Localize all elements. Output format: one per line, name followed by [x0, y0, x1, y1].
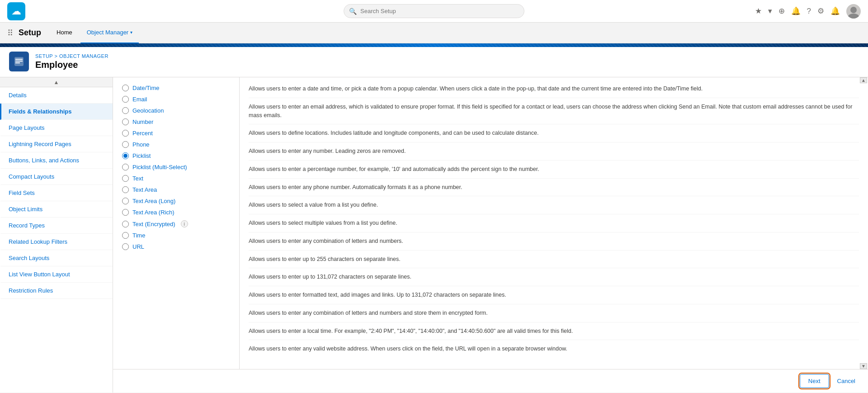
sidebar-item-details[interactable]: Details [0, 87, 113, 104]
sidebar-item-list-view-button-layout[interactable]: List View Button Layout [0, 266, 113, 283]
descriptions-column: Allows users to enter a date and time, o… [240, 77, 868, 369]
radio-option-url[interactable]: URL [122, 243, 230, 250]
radio-option-geolocation[interactable]: Geolocation [122, 107, 230, 114]
radio-option-picklist[interactable]: Picklist [122, 152, 230, 159]
radio-label-time: Time [132, 232, 145, 239]
nav-object-manager[interactable]: Object Manager ▾ [80, 23, 139, 43]
avatar[interactable] [846, 4, 861, 19]
notification-icon[interactable]: 🔔 [791, 6, 801, 16]
desc-item-picklist: Allows users to select a value from a li… [249, 201, 859, 214]
radio-input-date-time[interactable] [122, 85, 129, 91]
sidebar-item-object-limits[interactable]: Object Limits [0, 201, 113, 218]
radio-option-text-encrypted-[interactable]: Text (Encrypted)i [122, 220, 230, 227]
favorites-dropdown-icon[interactable]: ▾ [768, 6, 772, 16]
scroll-arrow-top[interactable]: ▲ [860, 77, 867, 83]
sidebar-item-compact-layouts[interactable]: Compact Layouts [0, 169, 113, 185]
sidebar-items: DetailsFields & RelationshipsPage Layout… [0, 87, 113, 299]
sidebar-item-buttons-links-and-actions[interactable]: Buttons, Links, and Actions [0, 152, 113, 169]
search-input[interactable] [344, 4, 524, 18]
search-icon: 🔍 [349, 8, 357, 15]
sidebar-item-page-layouts[interactable]: Page Layouts [0, 120, 113, 136]
second-navigation: ⠿ Setup Home Object Manager ▾ [0, 23, 868, 43]
top-nav-right: ★ ▾ ⊕ 🔔 ? ⚙ 🔔 [755, 4, 861, 19]
main-content: ▲ Date/TimeEmailGeolocationNumberPercent… [113, 77, 868, 393]
form-scroll-area[interactable]: ▲ Date/TimeEmailGeolocationNumberPercent… [113, 77, 868, 369]
scroll-arrow-bottom[interactable]: ▼ [860, 363, 867, 369]
radio-input-text[interactable] [122, 175, 129, 182]
radio-input-email[interactable] [122, 96, 129, 103]
sidebar-item-field-sets[interactable]: Field Sets [0, 185, 113, 201]
object-header-text: SETUP > OBJECT MANAGER Employee [35, 53, 108, 70]
breadcrumb: SETUP > OBJECT MANAGER [35, 53, 108, 59]
radio-option-phone[interactable]: Phone [122, 141, 230, 148]
grid-icon[interactable]: ⠿ [7, 28, 13, 38]
desc-item-date-time: Allows users to enter a date and time, o… [249, 85, 859, 98]
radio-label-phone: Phone [132, 141, 150, 148]
svg-rect-3 [15, 59, 23, 60]
alerts-icon[interactable]: 🔔 [830, 6, 840, 16]
radio-option-email[interactable]: Email [122, 96, 230, 103]
radio-option-date-time[interactable]: Date/Time [122, 85, 230, 91]
radio-option-text-area-rich-[interactable]: Text Area (Rich) [122, 209, 230, 216]
settings-icon[interactable]: ⚙ [817, 6, 824, 16]
radio-option-text[interactable]: Text [122, 175, 230, 182]
radio-input-percent[interactable] [122, 130, 129, 137]
top-navigation: ☁ 🔍 ★ ▾ ⊕ 🔔 ? ⚙ 🔔 [0, 0, 868, 23]
object-manager-chevron: ▾ [130, 30, 132, 35]
radio-option-number[interactable]: Number [122, 118, 230, 125]
radio-option-time[interactable]: Time [122, 232, 230, 239]
radio-input-picklist-multi-select-[interactable] [122, 164, 129, 170]
radio-input-text-encrypted-[interactable] [122, 221, 129, 227]
radio-input-picklist[interactable] [122, 152, 129, 159]
desc-item-text-area: Allows users to enter up to 255 characte… [249, 255, 859, 269]
sidebar-item-restriction-rules[interactable]: Restriction Rules [0, 283, 113, 299]
radio-input-geolocation[interactable] [122, 107, 129, 114]
breadcrumb-setup[interactable]: SETUP [35, 53, 53, 59]
decorative-bar [0, 43, 868, 47]
info-badge-text-encrypted-[interactable]: i [181, 220, 188, 227]
cancel-button[interactable]: Cancel [834, 374, 859, 388]
radio-label-text-area: Text Area [132, 186, 157, 193]
object-title: Employee [35, 60, 108, 70]
radio-label-text-area-long-: Text Area (Long) [132, 198, 175, 204]
radio-input-url[interactable] [122, 243, 129, 250]
radio-label-text-area-rich-: Text Area (Rich) [132, 209, 174, 216]
help-icon[interactable]: ? [807, 7, 811, 16]
breadcrumb-separator: > [55, 53, 59, 59]
sidebar-item-record-types[interactable]: Record Types [0, 218, 113, 234]
radio-input-phone[interactable] [122, 141, 129, 148]
radio-input-text-area-long-[interactable] [122, 198, 129, 204]
sidebar-scroll-up[interactable]: ▲ [0, 77, 113, 87]
radio-input-text-area-rich-[interactable] [122, 209, 129, 216]
radio-option-text-area-long-[interactable]: Text Area (Long) [122, 198, 230, 204]
sidebar-item-lightning-record-pages[interactable]: Lightning Record Pages [0, 136, 113, 152]
two-col-layout: Date/TimeEmailGeolocationNumberPercentPh… [113, 77, 868, 369]
nav-home[interactable]: Home [50, 23, 79, 43]
radio-option-percent[interactable]: Percent [122, 130, 230, 137]
sidebar-item-search-layouts[interactable]: Search Layouts [0, 250, 113, 266]
add-icon[interactable]: ⊕ [778, 6, 785, 16]
desc-item-picklist-multi-select-: Allows users to select multiple values f… [249, 219, 859, 232]
sidebar-item-fields-relationships[interactable]: Fields & Relationships [0, 104, 113, 120]
radio-label-text: Text [132, 175, 143, 182]
sidebar: ▲ DetailsFields & RelationshipsPage Layo… [0, 77, 113, 393]
favorites-icon[interactable]: ★ [755, 6, 762, 16]
desc-item-percent: Allows users to enter a percentage numbe… [249, 165, 859, 179]
radio-input-time[interactable] [122, 232, 129, 239]
svg-rect-4 [15, 61, 23, 62]
radio-label-url: URL [132, 243, 144, 250]
radio-label-text-encrypted-: Text (Encrypted) [132, 221, 175, 227]
breadcrumb-object-manager[interactable]: OBJECT MANAGER [59, 53, 108, 59]
desc-item-text-area-long-: Allows users to enter up to 131,072 char… [249, 273, 859, 286]
next-button[interactable]: Next [800, 374, 829, 388]
sidebar-item-related-lookup-filters[interactable]: Related Lookup Filters [0, 234, 113, 250]
radio-option-picklist-multi-select-[interactable]: Picklist (Multi-Select) [122, 164, 230, 170]
radio-input-number[interactable] [122, 118, 129, 125]
salesforce-logo[interactable]: ☁ [7, 2, 25, 20]
cloud-icon: ☁ [11, 5, 21, 17]
desc-item-text-area-rich-: Allows users to enter formatted text, ad… [249, 291, 859, 304]
radio-option-text-area[interactable]: Text Area [122, 186, 230, 193]
radio-input-text-area[interactable] [122, 186, 129, 193]
field-types-column: Date/TimeEmailGeolocationNumberPercentPh… [113, 77, 240, 369]
radio-label-date-time: Date/Time [132, 85, 159, 91]
